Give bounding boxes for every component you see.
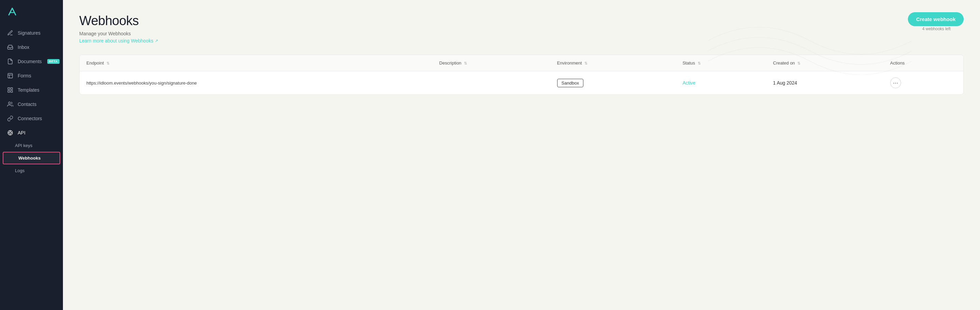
col-endpoint-label: Endpoint [86,60,104,65]
sidebar-sub-logs[interactable]: Logs [0,165,63,176]
sidebar-nav: Signatures Inbox Documents BETA Forms [0,23,63,310]
description-sort-icon: ⇅ [464,61,467,65]
forms-icon [7,72,14,79]
sidebar-sub-api-keys-label: API keys [15,143,32,148]
col-status-label: Status [682,60,695,65]
svg-rect-0 [8,73,13,78]
cell-status: Active [676,71,766,95]
svg-point-9 [9,132,11,134]
col-environment-label: Environment [557,60,582,65]
content-area: Create webhook 4 webhooks left Webhooks … [63,0,980,310]
col-description[interactable]: Description ⇅ [432,55,550,71]
cell-environment: Sandbox [550,71,676,95]
environment-sort-icon: ⇅ [584,61,587,65]
webhooks-table-container: Endpoint ⇅ Description ⇅ Environment ⇅ [79,55,964,95]
col-created-on-label: Created on [773,60,795,65]
page-header: Webhooks Manage your Webhooks Learn more… [79,14,964,44]
sidebar-item-contacts[interactable]: Contacts [0,97,63,111]
sidebar-item-contacts-label: Contacts [18,101,37,107]
sidebar-item-documents[interactable]: Documents BETA [0,54,63,69]
webhooks-table: Endpoint ⇅ Description ⇅ Environment ⇅ [80,55,963,94]
learn-more-link-text: Learn more about using Webhooks [79,38,153,43]
col-environment[interactable]: Environment ⇅ [550,55,676,71]
svg-rect-6 [11,91,13,92]
api-icon [7,130,14,136]
inbox-icon [7,44,14,51]
create-webhook-button[interactable]: Create webhook [908,12,964,26]
svg-point-7 [8,102,11,104]
col-endpoint[interactable]: Endpoint ⇅ [80,55,432,71]
status-badge: Active [682,80,695,85]
sidebar-item-templates-label: Templates [18,87,40,93]
environment-badge: Sandbox [557,79,583,87]
sidebar-item-api-label: API [18,130,25,136]
contacts-icon [7,101,14,108]
sidebar-item-inbox[interactable]: Inbox [0,40,63,54]
row-actions-button[interactable]: ⋯ [890,78,901,88]
table-header: Endpoint ⇅ Description ⇅ Environment ⇅ [80,55,963,71]
pen-icon [7,30,14,36]
col-actions-label: Actions [890,60,905,65]
page-subtitle: Manage your Webhooks [79,31,964,36]
endpoint-sort-icon: ⇅ [107,61,110,65]
sidebar-sub-logs-label: Logs [15,168,24,173]
cell-created-on: 1 Aug 2024 [766,71,883,95]
svg-rect-4 [11,88,13,89]
sidebar-item-templates[interactable]: Templates [0,83,63,97]
table-row: https://idloom.events/webhooks/you-sign/… [80,71,963,95]
sidebar: Signatures Inbox Documents BETA Forms [0,0,63,310]
col-status[interactable]: Status ⇅ [676,55,766,71]
svg-rect-3 [8,88,10,89]
learn-more-link[interactable]: Learn more about using Webhooks ↗ [79,38,158,43]
logo[interactable] [0,0,63,23]
sidebar-item-signatures[interactable]: Signatures [0,26,63,40]
col-created-on[interactable]: Created on ⇅ [766,55,883,71]
documents-beta-badge: BETA [47,59,59,64]
templates-icon [7,87,14,93]
sidebar-sub-webhooks-label: Webhooks [18,155,41,161]
sidebar-sub-webhooks[interactable]: Webhooks [3,152,60,164]
created-on-sort-icon: ⇅ [797,61,800,65]
sidebar-item-forms-label: Forms [18,73,31,78]
col-actions: Actions [883,55,963,71]
sidebar-item-forms[interactable]: Forms [0,69,63,83]
svg-rect-5 [8,91,10,92]
external-link-icon: ↗ [155,38,158,43]
webhooks-left-label: 4 webhooks left [909,27,964,31]
document-icon [7,58,14,65]
sidebar-item-signatures-label: Signatures [18,30,40,36]
sidebar-item-inbox-label: Inbox [18,44,29,50]
page-title: Webhooks [79,14,964,28]
col-description-label: Description [439,60,461,65]
sidebar-sub-api-keys[interactable]: API keys [0,140,63,151]
sidebar-item-documents-label: Documents [18,59,42,64]
sidebar-item-connectors[interactable]: Connectors [0,111,63,126]
status-sort-icon: ⇅ [698,61,701,65]
sidebar-item-connectors-label: Connectors [18,116,42,121]
main-content: Create webhook 4 webhooks left Webhooks … [63,0,980,310]
cell-endpoint: https://idloom.events/webhooks/you-sign/… [80,71,432,95]
cell-actions: ⋯ [883,71,963,95]
cell-description [432,71,550,95]
table-body: https://idloom.events/webhooks/you-sign/… [80,71,963,95]
sidebar-item-api[interactable]: API [0,126,63,140]
connectors-icon [7,115,14,122]
